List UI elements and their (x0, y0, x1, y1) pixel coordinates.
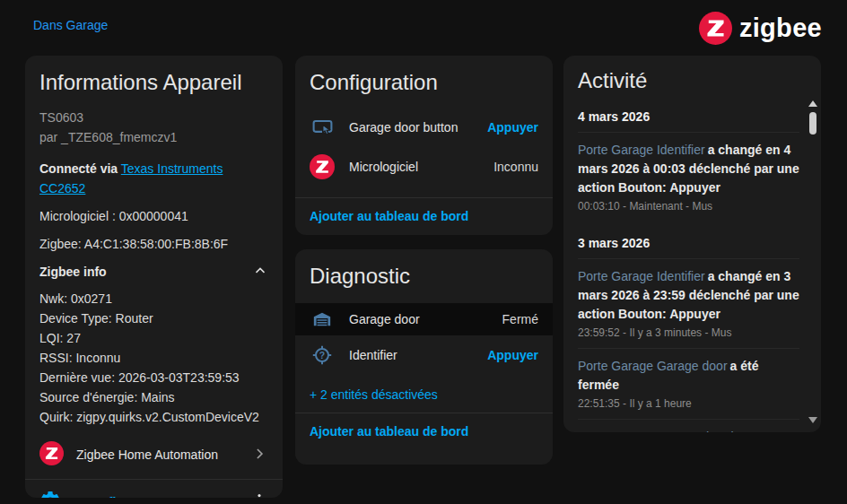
attr-lqi: LQI: 27 (39, 328, 268, 348)
entity-state: Inconnu (493, 160, 538, 174)
dots-vertical-icon[interactable] (245, 491, 274, 498)
device-info-title: Informations Appareil (25, 56, 283, 95)
device-model: TS0603 (39, 108, 268, 127)
logbook-entity-link[interactable]: Porte Garage Garage door (578, 359, 728, 373)
logbook-entity-link[interactable]: Porte Garage Identifier (578, 269, 705, 283)
chevron-up-icon (252, 263, 268, 282)
zigbee-wordmark: zigbee (739, 13, 822, 43)
chevron-right-icon (250, 445, 268, 465)
logbook-list: 4 mars 2026 Porte Garage Identifiera cha… (563, 109, 821, 432)
logbook-timestamp: 22:51:35 - Il y a 1 heure (578, 396, 799, 411)
configuration-card: Configuration Garage door button Appuyer… (295, 56, 553, 235)
logbook-timestamp: 00:03:10 - Maintenant - Mus (578, 199, 799, 213)
gesture-tap-button-icon (310, 117, 335, 139)
attr-nwk: Nwk: 0x0271 (39, 289, 268, 308)
device-firmware: Micrologiciel : 0x00000041 (39, 206, 268, 226)
logbook-timestamp: 23:59:52 - Il y a 3 minutes - Mus (578, 326, 799, 340)
zigbee-info-attributes: Nwk: 0x0271 Device Type: Router LQI: 27 … (39, 289, 268, 427)
integration-row-zha[interactable]: Zigbee Home Automation (39, 436, 268, 474)
connected-via: Connecté via Texas Instruments CC2652 (39, 159, 268, 198)
scrollbar-thumb[interactable] (809, 112, 816, 135)
reconfigure-button[interactable]: Reconfigurer (70, 495, 236, 499)
device-manufacturer: par _TZE608_fmemczv1 (39, 127, 268, 147)
add-to-dashboard-link[interactable]: Ajouter au tableau de bord (295, 413, 553, 451)
logbook-entry: Porte Garage Garage door buttona changé … (578, 420, 799, 432)
garage-icon (310, 309, 335, 329)
attr-rssi: RSSI: Inconnu (39, 348, 268, 368)
diagnostic-title: Diagnostic (295, 249, 553, 289)
svg-text:?: ? (319, 350, 325, 361)
connected-via-label: Connecté via (39, 161, 118, 176)
cog-refresh-icon (39, 490, 61, 498)
zigbee-logo: zigbee (699, 12, 822, 45)
integration-label: Zigbee Home Automation (76, 448, 238, 462)
entity-row-firmware[interactable]: Micrologiciel Inconnu (295, 147, 553, 187)
logbook-date-header: 3 mars 2026 (578, 235, 799, 251)
logbook-date-header: 4 mars 2026 (578, 109, 799, 125)
activity-card: Activité 4 mars 2026 Porte Garage Identi… (563, 56, 821, 432)
logbook-entry: Porte Garage Identifiera changé en 4 mar… (578, 133, 799, 220)
entity-label: Garage door (349, 312, 488, 326)
entity-row-identify[interactable]: ? Identifier Appuyer (295, 335, 553, 375)
entity-label: Garage door button (349, 120, 473, 135)
scrollbar-down-arrow-icon[interactable] (808, 417, 817, 423)
diagnostic-card: Diagnostic Garage door Fermé ? Identifie… (295, 249, 553, 465)
entity-row-garage-door[interactable]: Garage door Fermé (295, 303, 553, 335)
device-info-card: Informations Appareil TS0603 par _TZE608… (25, 56, 283, 498)
press-action-button[interactable]: Appuyer (487, 348, 538, 362)
attr-device-type: Device Type: Router (39, 308, 268, 328)
attr-quirk: Quirk: zigpy.quirks.v2.CustomDeviceV2 (39, 407, 268, 427)
zigbee-info-section-title: Zigbee info (39, 262, 107, 282)
add-to-dashboard-link[interactable]: Ajouter au tableau de bord (295, 198, 553, 235)
entity-label: Micrologiciel (349, 160, 479, 174)
disabled-entities-link[interactable]: + 2 entités désactivées (295, 375, 553, 402)
zigbee-logo-icon (699, 12, 732, 45)
zigbee-info-section-header[interactable]: Zigbee info (39, 262, 268, 282)
zigbee-logo-icon (39, 441, 64, 468)
zigbee-logo-icon (310, 154, 335, 179)
crosshairs-question-icon: ? (310, 344, 335, 366)
entity-label: Identifier (349, 348, 473, 362)
press-action-button[interactable]: Appuyer (487, 120, 538, 135)
scrollbar-up-arrow-icon[interactable] (808, 100, 817, 107)
logbook-entity-link[interactable]: Porte Garage Garage door button (578, 430, 765, 432)
logbook-entry: Porte Garage Garage doora été fermée 22:… (578, 349, 799, 417)
attr-power-source: Source d'énergie: Mains (39, 387, 268, 407)
attr-last-seen: Dernière vue: 2026-03-03T23:59:53 (39, 368, 268, 387)
activity-scrollbar[interactable] (808, 100, 817, 425)
configuration-title: Configuration (295, 56, 553, 95)
entity-row-garage-door-button[interactable]: Garage door button Appuyer (295, 108, 553, 147)
breadcrumb[interactable]: Dans Garage (33, 18, 108, 32)
logbook-entry: Porte Garage Identifiera changé en 3 mar… (578, 259, 799, 346)
device-zigbee-address: Zigbee: A4:C1:38:58:00:FB:8B:6F (39, 234, 268, 254)
entity-state: Fermé (502, 312, 538, 326)
logbook-entity-link[interactable]: Porte Garage Identifier (578, 143, 705, 157)
activity-title: Activité (563, 56, 821, 93)
